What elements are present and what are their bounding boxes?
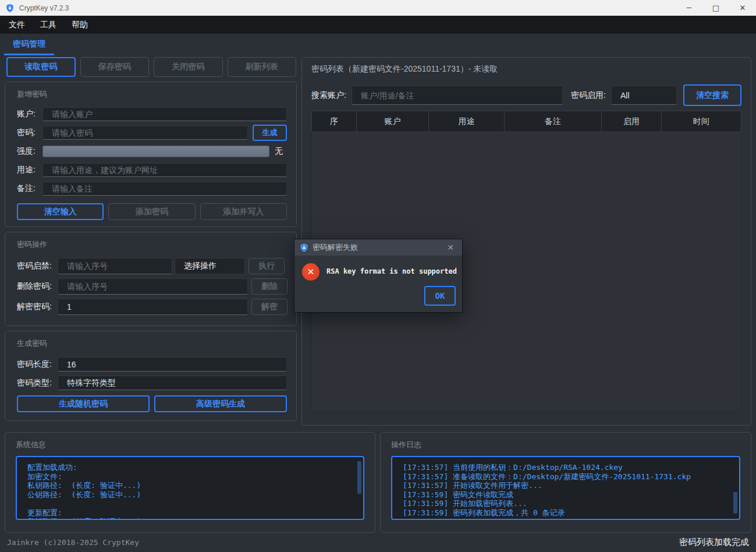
toggle-label: 密码启禁: <box>17 261 58 271</box>
password-row: 密码: 生成 <box>17 126 287 140</box>
error-dialog-titlebar: 密码解密失败 ✕ <box>294 239 462 256</box>
save-password-button: 保存密码 <box>80 57 150 77</box>
column-note[interactable]: 备注 <box>505 111 602 132</box>
ok-button[interactable]: OK <box>424 286 456 306</box>
password-list-title: 密码列表（新建密码文件-20251011-1731）- 未读取 <box>311 64 741 75</box>
read-password-button[interactable]: 读取密码 <box>6 57 76 77</box>
column-time[interactable]: 时间 <box>662 111 741 132</box>
search-input[interactable] <box>352 86 563 105</box>
refresh-list-button: 刷新列表 <box>228 57 297 77</box>
tabbar: 密码管理 <box>0 34 756 55</box>
new-password-panel: 新增密码 账户: 密码: 生成 强度: 无 用途: 备注: 清空输入 添加密码 … <box>5 82 297 227</box>
enabled-filter-select[interactable] <box>611 86 677 105</box>
window-title: CryptKey v7.2.3 <box>19 4 69 12</box>
new-password-buttons: 清空输入 添加密码 添加并写入 <box>17 203 287 220</box>
menubar: 文件 工具 帮助 <box>0 16 756 34</box>
clear-input-button[interactable]: 清空输入 <box>17 203 104 220</box>
column-index[interactable]: 序 <box>312 111 357 132</box>
strength-label: 强度: <box>17 146 42 157</box>
operation-log-line: [17:31:57] 当前使用的私钥：D:/Desktop/RSA-1024.c… <box>403 463 729 472</box>
system-info-line: 私钥路径: (长度: 验证中...) <box>27 517 353 520</box>
statusbar: Jainkre (c)2018-2025 CryptKey 密码列表加载完成 <box>0 533 756 552</box>
type-label: 密码类型: <box>17 378 58 388</box>
system-info-line: 配置加载成功: <box>27 463 353 472</box>
type-select[interactable] <box>58 376 287 390</box>
decrypt-index-input[interactable] <box>58 299 248 315</box>
note-input[interactable] <box>42 182 287 196</box>
menu-file[interactable]: 文件 <box>1 16 33 34</box>
generator-title: 生成密码 <box>17 338 287 349</box>
enabled-filter-label: 密码启用: <box>571 90 606 101</box>
password-label: 密码: <box>17 128 42 138</box>
operation-log-line: [17:31:59] 密码文件读取完成 <box>403 490 729 500</box>
error-message: RSA key format is not supported <box>326 267 457 275</box>
length-input[interactable] <box>58 357 287 371</box>
strength-bar <box>42 146 269 157</box>
add-password-button: 添加密码 <box>108 203 195 220</box>
column-account[interactable]: 账户 <box>357 111 430 132</box>
decrypt-button: 解密 <box>251 299 288 315</box>
minimize-icon[interactable]: ─ <box>676 0 702 16</box>
add-write-button: 添加并写入 <box>200 203 287 220</box>
operation-log-title: 操作日志 <box>391 440 740 450</box>
toggle-index-input[interactable] <box>58 258 172 274</box>
system-info-console: 配置加载成功:加密文件:私钥路径: (长度: 验证中...)公钥路径: (长度:… <box>16 456 364 520</box>
menu-help[interactable]: 帮助 <box>64 16 95 34</box>
account-label: 账户: <box>17 109 42 119</box>
new-password-title: 新增密码 <box>17 89 287 100</box>
note-label: 备注: <box>17 183 42 194</box>
clear-search-button[interactable]: 清空搜索 <box>683 84 741 106</box>
dialog-close-icon[interactable]: ✕ <box>444 243 457 252</box>
purpose-input[interactable] <box>42 163 287 177</box>
scrollbar-thumb[interactable] <box>733 492 737 514</box>
note-row: 备注: <box>17 182 287 196</box>
operation-log-line: [17:31:59] 开始加载密码列表... <box>403 499 729 508</box>
error-dialog-title: 密码解密失败 <box>313 242 358 253</box>
copyright-text: Jainkre (c)2018-2025 CryptKey <box>7 538 139 547</box>
operation-log-line: [17:31:57] 开始读取文件用于解密... <box>403 481 729 490</box>
toggle-row: 密码启禁: 执行 <box>17 258 288 274</box>
error-dialog-body: ✕ RSA key format is not supported OK <box>294 256 462 313</box>
purpose-row: 用途: <box>17 163 287 177</box>
system-info-panel: 系统信息 配置加载成功:加密文件:私钥路径: (长度: 验证中...)公钥路径:… <box>5 432 375 533</box>
tab-password-management[interactable]: 密码管理 <box>4 34 54 55</box>
password-table-header: 序 账户 用途 备注 启用 时间 <box>311 111 741 132</box>
generator-panel: 生成密码 密码长度: 密码类型: 生成随机密码 高级密码生成 <box>5 331 297 421</box>
decrypt-row: 解密密码: 解密 <box>17 299 288 315</box>
length-label: 密码长度: <box>17 359 58 370</box>
error-dialog: 密码解密失败 ✕ ✕ RSA key format is not support… <box>294 239 463 313</box>
column-purpose[interactable]: 用途 <box>429 111 505 132</box>
account-input[interactable] <box>42 107 287 121</box>
delete-row: 删除密码: 删除 <box>17 278 288 295</box>
close-password-button: 关闭密码 <box>154 57 223 77</box>
toolbar: 读取密码 保存密码 关闭密码 刷新列表 <box>6 57 296 77</box>
operation-log-console: [17:31:57] 当前使用的私钥：D:/Desktop/RSA-1024.c… <box>391 456 740 520</box>
app-shield-icon <box>5 3 15 13</box>
password-ops-title: 密码操作 <box>17 239 288 250</box>
generate-button[interactable]: 生成 <box>253 125 287 141</box>
window-titlebar: CryptKey v7.2.3 ─ □ ✕ <box>0 0 756 16</box>
system-info-line: 加密文件: <box>27 472 353 482</box>
operation-select[interactable] <box>175 258 245 274</box>
random-password-button[interactable]: 生成随机密码 <box>17 395 150 412</box>
scrollbar-thumb[interactable] <box>357 461 361 494</box>
maximize-icon[interactable]: □ <box>702 0 729 16</box>
system-info-line: 公钥路径: (长度: 验证中...) <box>27 490 353 500</box>
delete-label: 删除密码: <box>17 281 58 292</box>
length-row: 密码长度: <box>17 357 287 371</box>
operation-log-panel: 操作日志 [17:31:57] 当前使用的私钥：D:/Desktop/RSA-1… <box>380 432 751 533</box>
generator-buttons: 生成随机密码 高级密码生成 <box>17 395 287 412</box>
password-ops-panel: 密码操作 密码启禁: 执行 删除密码: 删除 解密密码: 解密 <box>5 232 297 326</box>
delete-index-input[interactable] <box>58 278 248 295</box>
password-input[interactable] <box>42 126 248 140</box>
menu-tools[interactable]: 工具 <box>33 16 64 34</box>
system-info-line: 私钥路径: (长度: 验证中...) <box>27 481 353 490</box>
decrypt-label: 解密密码: <box>17 302 58 312</box>
column-enabled[interactable]: 启用 <box>602 111 661 132</box>
strength-row: 强度: 无 <box>17 144 287 158</box>
type-row: 密码类型: <box>17 376 287 390</box>
close-icon[interactable]: ✕ <box>729 0 756 16</box>
delete-button: 删除 <box>251 278 288 295</box>
purpose-label: 用途: <box>17 165 42 175</box>
advanced-generate-button[interactable]: 高级密码生成 <box>154 395 287 412</box>
